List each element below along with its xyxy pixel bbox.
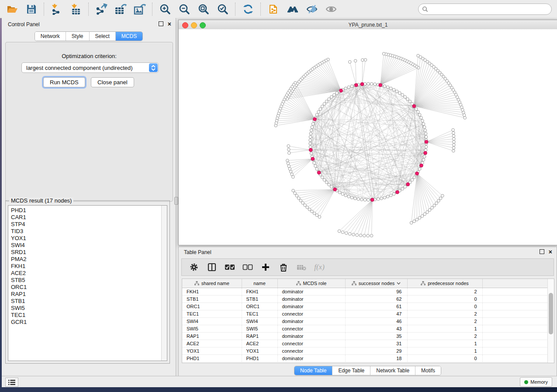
graph-node[interactable]	[424, 129, 427, 132]
graph-leaf-node[interactable]	[287, 165, 291, 168]
list-item[interactable]: SRD1	[11, 249, 167, 256]
graph-node[interactable]	[363, 198, 367, 201]
list-item[interactable]: FKH1	[11, 263, 167, 270]
graph-node[interactable]	[311, 123, 315, 126]
graph-node[interactable]	[425, 135, 428, 138]
table-settings-gear-icon[interactable]	[189, 262, 199, 272]
graph-node[interactable]	[422, 158, 425, 162]
list-item[interactable]: STB5	[11, 277, 167, 284]
list-item[interactable]: ACE2	[11, 270, 167, 277]
graph-leaf-node[interactable]	[311, 210, 314, 213]
graph-node[interactable]	[395, 90, 398, 93]
search-input[interactable]	[428, 6, 548, 13]
zoom-in-icon[interactable]	[159, 3, 172, 15]
graph-node[interactable]	[341, 193, 344, 196]
graph-node[interactable]	[336, 92, 339, 95]
zoom-out-icon[interactable]	[178, 3, 191, 15]
list-item[interactable]: ORC1	[11, 284, 167, 291]
graph-node[interactable]	[420, 116, 423, 119]
graph-leaf-node[interactable]	[338, 230, 341, 233]
graph-leaf-node[interactable]	[367, 234, 370, 237]
graph-node[interactable]	[421, 119, 424, 122]
tab-style[interactable]: Style	[66, 32, 90, 41]
graph-node[interactable]	[398, 92, 401, 95]
graph-leaf-node[interactable]	[286, 159, 289, 162]
hide-selected-icon[interactable]	[305, 3, 318, 15]
graph-leaf-node[interactable]	[341, 231, 344, 234]
graph-hub-node[interactable]	[425, 140, 428, 144]
graph-node[interactable]	[383, 85, 386, 88]
table-row[interactable]: ORC1ORC1dominator610	[182, 303, 548, 310]
graph-node[interactable]	[315, 168, 318, 171]
close-panel-button[interactable]: Close panel	[91, 77, 134, 87]
graph-node[interactable]	[311, 126, 314, 129]
save-session-icon[interactable]	[25, 3, 38, 15]
float-panel-icon[interactable]	[159, 21, 163, 26]
open-file-icon[interactable]	[6, 3, 19, 15]
graph-node[interactable]	[367, 83, 370, 86]
graph-leaf-node[interactable]	[423, 213, 426, 216]
graph-leaf-node[interactable]	[361, 58, 364, 62]
graph-node[interactable]	[404, 186, 407, 189]
graph-leaf-node[interactable]	[348, 61, 351, 64]
graph-hub-node[interactable]	[406, 182, 410, 186]
graph-hub-node[interactable]	[309, 148, 312, 152]
graph-leaf-node[interactable]	[287, 162, 290, 165]
graph-leaf-node[interactable]	[418, 217, 421, 220]
column-header-successor-nodes[interactable]: successor nodes	[345, 279, 407, 288]
graph-node[interactable]	[401, 93, 404, 96]
graph-leaf-node[interactable]	[370, 234, 373, 237]
graph-hub-node[interactable]	[360, 83, 364, 86]
graph-leaf-node[interactable]	[274, 124, 277, 127]
table-row[interactable]: SWI4SWI4dominator462	[182, 318, 548, 325]
table-row[interactable]: FKH1FKH1dominator962	[182, 288, 548, 296]
graph-node[interactable]	[389, 194, 392, 197]
list-item[interactable]: PMA2	[11, 256, 167, 263]
float-panel-icon[interactable]	[540, 249, 544, 254]
zoom-selected-icon[interactable]	[216, 3, 229, 15]
graph-leaf-node[interactable]	[464, 117, 467, 120]
column-header-mcds-role[interactable]: MCDS role	[277, 279, 345, 288]
optimization-criterion-select[interactable]: largest connected component (undirected)	[21, 62, 159, 73]
graph-hub-node[interactable]	[311, 157, 315, 161]
graph-leaf-node[interactable]	[439, 197, 442, 200]
list-item[interactable]: SWI4	[11, 242, 167, 249]
task-history-button[interactable]	[5, 378, 18, 387]
deselect-all-icon[interactable]	[242, 262, 253, 272]
graph-node[interactable]	[325, 100, 328, 103]
graph-node[interactable]	[347, 195, 350, 198]
list-item[interactable]: RAP1	[11, 291, 167, 298]
graph-node[interactable]	[323, 179, 326, 182]
graph-node[interactable]	[330, 96, 333, 99]
graph-node[interactable]	[389, 87, 392, 90]
graph-node[interactable]	[418, 113, 421, 117]
graph-node[interactable]	[309, 132, 312, 135]
graph-leaf-node[interactable]	[304, 204, 307, 207]
graph-node[interactable]	[424, 132, 427, 135]
list-item[interactable]: STB1	[11, 298, 167, 305]
graph-node[interactable]	[404, 96, 407, 99]
table-row[interactable]: TEC1TEC1connector472	[182, 310, 548, 318]
graph-node[interactable]	[310, 129, 313, 132]
graph-node[interactable]	[418, 168, 421, 171]
graph-node[interactable]	[313, 162, 316, 165]
graph-leaf-node[interactable]	[359, 234, 362, 237]
graph-leaf-node[interactable]	[292, 175, 295, 179]
graph-leaf-node[interactable]	[315, 214, 318, 217]
graph-hub-node[interactable]	[333, 188, 337, 191]
graph-node[interactable]	[323, 103, 326, 106]
graph-node[interactable]	[321, 176, 324, 179]
vertical-splitter-handle[interactable]	[174, 197, 178, 205]
graph-node[interactable]	[377, 198, 380, 201]
graph-node[interactable]	[347, 86, 350, 89]
import-network-icon[interactable]	[50, 3, 63, 15]
graph-leaf-node[interactable]	[287, 151, 291, 155]
graph-node[interactable]	[309, 139, 312, 142]
refresh-view-icon[interactable]	[242, 3, 255, 15]
search-network-icon[interactable]	[286, 3, 299, 15]
graph-hub-node[interactable]	[354, 83, 358, 87]
table-row[interactable]: STB1STB1dominator620	[182, 296, 548, 303]
table-row[interactable]: RAP1RAP1dominator352	[182, 333, 548, 340]
graph-node[interactable]	[309, 145, 312, 148]
graph-node[interactable]	[423, 155, 426, 158]
